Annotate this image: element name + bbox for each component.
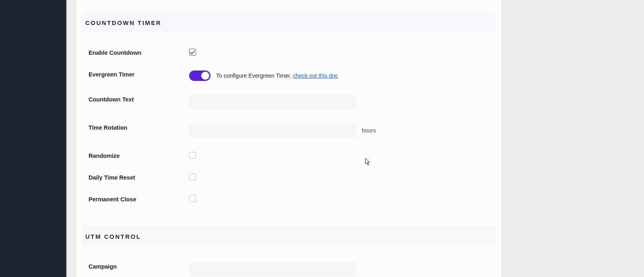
link-evergreen-doc[interactable]: check out this doc: [293, 72, 338, 79]
label-time-rotation: Time Rotation: [89, 124, 189, 131]
checkbox-daily-time-reset[interactable]: [189, 174, 196, 180]
field-daily-time-reset: Daily Time Reset: [89, 166, 489, 188]
section-title-countdown: Countdown Timer: [82, 19, 495, 26]
label-permanent-close: Permanent Close: [89, 195, 189, 203]
section-header-countdown: Countdown Timer: [82, 12, 495, 33]
input-countdown-text[interactable]: [189, 95, 356, 109]
input-campaign[interactable]: [189, 263, 356, 276]
label-evergreen-timer: Evergreen Timer: [89, 70, 189, 78]
label-campaign: Campaign: [89, 263, 189, 270]
input-time-rotation[interactable]: [189, 124, 356, 137]
settings-panel: Countdown Timer Enable Countdown Evergre…: [76, 0, 501, 277]
label-daily-time-reset: Daily Time Reset: [89, 174, 189, 181]
admin-sidebar: [0, 0, 66, 277]
field-countdown-text: Countdown Text: [89, 88, 489, 116]
hint-evergreen-timer: To configure Evergreen Timer, check out …: [216, 72, 338, 79]
label-enable-countdown: Enable Countdown: [89, 49, 189, 56]
section-title-utm: UTM Control: [82, 233, 495, 240]
suffix-time-rotation: hours: [362, 127, 376, 134]
section-header-utm: UTM Control: [82, 226, 495, 247]
checkbox-randomize[interactable]: [189, 152, 196, 159]
checkbox-permanent-close[interactable]: [189, 195, 196, 202]
content-gutter: [66, 0, 76, 277]
checkbox-enable-countdown[interactable]: [189, 49, 196, 56]
app-frame: Countdown Timer Enable Countdown Evergre…: [0, 0, 644, 277]
toggle-evergreen-timer[interactable]: [189, 70, 211, 81]
label-randomize: Randomize: [89, 152, 189, 159]
right-gutter: [501, 0, 644, 277]
utm-fields: Campaign: [76, 247, 501, 277]
field-enable-countdown: Enable Countdown: [89, 41, 489, 63]
field-time-rotation: Time Rotation hours: [89, 116, 489, 145]
label-countdown-text: Countdown Text: [89, 95, 189, 103]
field-randomize: Randomize: [89, 145, 489, 166]
field-evergreen-timer: Evergreen Timer To configure Evergreen T…: [89, 63, 489, 88]
hint-evergreen-prefix: To configure Evergreen Timer,: [216, 72, 293, 79]
countdown-fields: Enable Countdown Evergreen Timer To conf…: [76, 33, 501, 214]
field-campaign: Campaign: [89, 255, 489, 277]
field-permanent-close: Permanent Close: [89, 188, 489, 210]
